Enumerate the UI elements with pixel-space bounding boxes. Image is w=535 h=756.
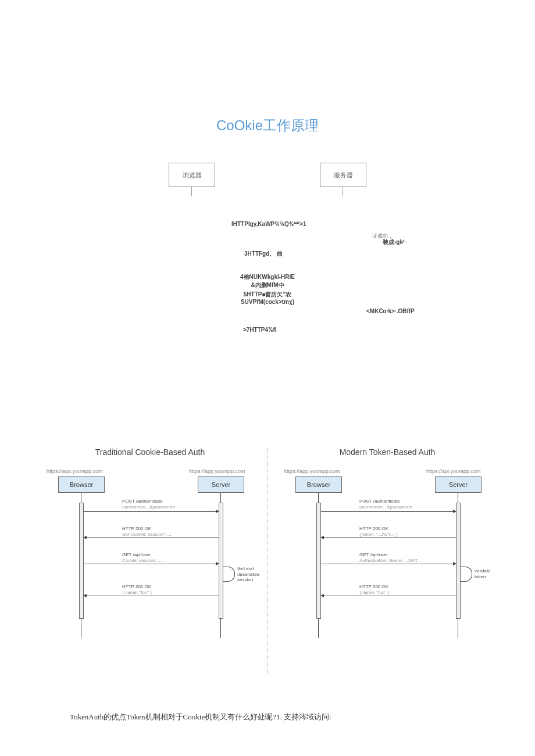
token-loop (461, 567, 472, 582)
cookie-msg-3a: GET /api/user (122, 552, 151, 558)
cookie-browser-activation (79, 503, 84, 619)
side-note-2: <MKCo·k>·.OBffP (366, 308, 415, 314)
token-browser-activation (316, 503, 321, 619)
note-2: 3HTTFgd。 曲 (244, 250, 283, 258)
cookie-msg-1b: username=...&password= (122, 504, 175, 510)
footer-paragraph: TokenAuth的优点Token机制相对于Cookie机制又有什么好处呢?1.… (70, 712, 465, 722)
token-url-right: https://api.yourapp.com (426, 468, 481, 474)
token-msg-1 (321, 511, 456, 512)
token-auth-title: Modern Token-Based Auth (278, 447, 497, 457)
token-msg-1a: POST /authenticate (359, 499, 400, 504)
token-msg-2b: { token: '...JWT...' } (359, 532, 398, 538)
cookie-msg-3 (84, 564, 219, 564)
note-4: 5HTTP■窗历欠"农 SUVPfM(cock>tmχ) (215, 291, 320, 305)
cookie-url-left: https://app.yourapp.com (47, 468, 103, 474)
cookie-msg-1 (84, 511, 219, 512)
side-note-1b: 装成‹gkᴵ· (383, 238, 406, 246)
note-3: 4榕NUKWkgki-HRIE &内删MfM中 (221, 273, 314, 289)
token-server-activation (456, 503, 461, 619)
main-title: CoOkie工作原理 (0, 116, 535, 135)
cookie-msg-2b: Set-Cookie: session=...; (122, 532, 172, 538)
token-auth-diagram: Modern Token-Based Auth https://app.your… (278, 447, 497, 645)
cookie-browser-box: Browser (58, 476, 105, 493)
cookie-msg-2a: HTTP 200 OK (122, 526, 151, 532)
cookie-msg-4b: { name: "foo" } (122, 590, 152, 596)
token-msg-4 (321, 596, 456, 596)
token-msg-4a: HTTP 200 OK (359, 584, 388, 590)
browser-box: 浏览器 (169, 163, 215, 187)
cookie-url-right: https://app.yourapp.com (189, 468, 245, 474)
token-msg-3a: GET /api/user (359, 552, 388, 558)
cookie-server-box: Server (198, 476, 244, 493)
page: CoOkie工作原理 浏览器 服务器 IHTTPIgy,KaWP¾¾Q⅜ᴬᴬᴵ>… (0, 0, 535, 756)
cookie-msg-1a: POST /authenticate (122, 499, 163, 504)
token-msg-1b: username=...&password= (359, 504, 412, 510)
token-url-left: https://app.yourapp.com (284, 468, 340, 474)
token-msg-2 (321, 538, 456, 538)
cookie-loop (223, 567, 235, 582)
token-msg-4b: { name: "foo" } (359, 590, 389, 596)
vertical-divider (268, 447, 268, 674)
token-browser-box: Browser (295, 476, 342, 493)
cookie-msg-2 (84, 538, 219, 538)
token-server-box: Server (435, 476, 482, 493)
cookie-msg-4a: HTTP 200 OK (122, 584, 151, 590)
token-msg-2a: HTTP 200 OK (359, 526, 388, 532)
server-dropline (343, 187, 343, 196)
note-5: >7HTTP4⅞fi (243, 327, 277, 333)
cookie-msg-3b: Cookie: session=...; (122, 558, 163, 564)
token-msg-3 (321, 564, 456, 564)
token-loop-label: validate token (475, 568, 491, 579)
cookie-loop-label: find and deserialize session (237, 566, 259, 583)
server-box: 服务器 (320, 163, 366, 187)
token-msg-3b: Authorization: Bearer ...JWT... (359, 558, 421, 564)
note-1: IHTTPIgy,KaWP¾¾Q⅜ᴬᴬᴵ>1 (231, 221, 306, 227)
browser-dropline (191, 187, 192, 196)
cookie-auth-title: Traditional Cookie-Based Auth (41, 447, 259, 457)
cookie-server-activation (219, 503, 223, 619)
cookie-auth-diagram: Traditional Cookie-Based Auth https://ap… (41, 447, 259, 645)
cookie-msg-4 (84, 596, 219, 596)
